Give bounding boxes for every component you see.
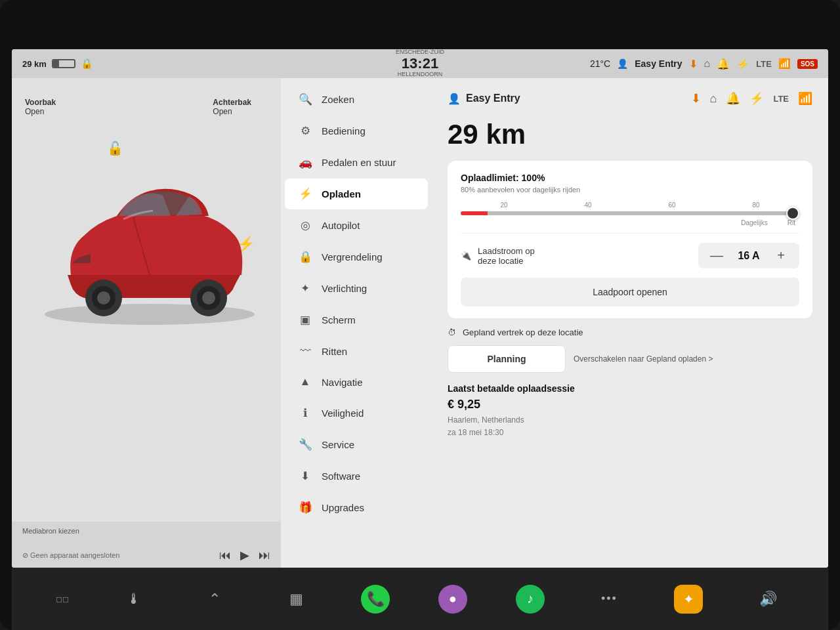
sidebar-item-pedalen[interactable]: 🚗 Pedalen en stuur bbox=[285, 147, 428, 178]
taskbar-dashboard-button[interactable]: ▦ bbox=[280, 583, 312, 616]
nav-icon: ▲ bbox=[298, 375, 312, 388]
achterbak-label: Achterbak Open bbox=[213, 98, 251, 116]
taskbar-spotify-button[interactable]: ♪ bbox=[516, 585, 545, 614]
header-home-icon[interactable]: ⌂ bbox=[710, 92, 717, 106]
sidebar-label-ritten: Ritten bbox=[322, 346, 347, 357]
sidebar-item-veiligheid[interactable]: ℹ Veiligheid bbox=[285, 398, 428, 429]
sidebar-item-navigatie[interactable]: ▲ Navigatie bbox=[285, 367, 428, 397]
profile-user-icon: 👤 bbox=[448, 93, 461, 105]
header-bluetooth-icon[interactable]: ⚡ bbox=[749, 91, 764, 106]
bell-icon[interactable]: 🔔 bbox=[717, 58, 730, 70]
laadsessie-amount: € 9,25 bbox=[448, 398, 812, 411]
media-source-label[interactable]: Mediabron kiezen bbox=[22, 527, 270, 535]
range-display: 29 km bbox=[22, 59, 47, 69]
time-label: 13:21 bbox=[402, 56, 438, 72]
taskbar-wiper-button[interactable]: ⌃ bbox=[198, 583, 231, 616]
sidebar-label-pedalen: Pedalen en stuur bbox=[322, 157, 396, 168]
media-bar: Mediabron kiezen ⊘ Geen apparaat aangesl… bbox=[12, 522, 281, 568]
slider-thumb[interactable] bbox=[786, 207, 799, 220]
sub-city-label: HELLENDOORN bbox=[398, 72, 443, 78]
profile-name: Easy Entry bbox=[635, 58, 682, 69]
header-download-icon[interactable]: ⬇ bbox=[691, 91, 701, 106]
charge-limit-row: Oplaadlimiet: 100% bbox=[461, 173, 799, 183]
next-button[interactable]: ⏭ bbox=[259, 549, 270, 562]
sidebar-label-autopilot: Autopilot bbox=[322, 220, 360, 231]
taskbar-left-icons: ◻◻ bbox=[56, 595, 69, 604]
taskbar-games-button[interactable]: ✦ bbox=[674, 585, 703, 614]
charge-slider[interactable]: 20 40 60 80 bbox=[461, 201, 799, 226]
car-image bbox=[32, 157, 268, 327]
taskbar: ◻◻ 🌡 ⌃ ▦ 📞 ● ♪ ••• ✦ 🔊 bbox=[12, 568, 828, 630]
charge-card: Oplaadlimiet: 100% 80% aanbevolen voor d… bbox=[448, 161, 812, 318]
sidebar-item-software[interactable]: ⬇ Software bbox=[285, 461, 428, 492]
prev-button[interactable]: ⏮ bbox=[219, 549, 231, 562]
no-device-label: ⊘ Geen apparaat aangesloten bbox=[22, 551, 119, 560]
sidebar-item-scherm[interactable]: ▣ Scherm bbox=[285, 304, 428, 335]
ampere-label: 🔌 Laadstroom op deze locatie bbox=[461, 246, 535, 266]
taskbar-camera-button[interactable]: ● bbox=[438, 585, 467, 614]
media-controls: ⏮ ▶ ⏭ bbox=[219, 548, 270, 562]
clock-icon: ⏱ bbox=[448, 327, 456, 337]
lock-icon: 🔓 bbox=[107, 140, 123, 156]
slider-labels: 20 40 60 80 bbox=[461, 201, 799, 209]
laadsessie-date: za 18 mei 18:30 bbox=[448, 427, 812, 439]
svg-point-3 bbox=[97, 291, 110, 304]
play-button[interactable]: ▶ bbox=[240, 548, 249, 562]
header-signal-icon: 📶 bbox=[798, 91, 812, 106]
header-bell-icon[interactable]: 🔔 bbox=[726, 91, 740, 106]
status-bar: 29 km 🔒 ENSCHEDE-ZUID 13:21 HELLENDOORN … bbox=[12, 49, 828, 78]
sidebar-label-veiligheid: Veiligheid bbox=[322, 408, 364, 419]
battery-fill bbox=[53, 60, 59, 67]
overschakelen-link[interactable]: Overschakelen naar Gepland opladen > bbox=[574, 354, 713, 364]
service-icon: 🔧 bbox=[298, 438, 312, 452]
taskbar-volume-button[interactable]: 🔊 bbox=[751, 583, 784, 616]
sidebar-item-verlichting[interactable]: ✦ Verlichting bbox=[285, 273, 428, 304]
charge-limit-title: Oplaadlimiet: 100% bbox=[461, 173, 545, 183]
taskbar-icons-left: ◻◻ bbox=[56, 595, 69, 604]
laadsessie-location: Haarlem, Netherlands za 18 mei 18:30 bbox=[448, 414, 812, 439]
sidebar-item-bediening[interactable]: ⚙ Bediening bbox=[285, 116, 428, 146]
sidebar-item-service[interactable]: 🔧 Service bbox=[285, 429, 428, 460]
ampere-decrease-button[interactable]: — bbox=[709, 248, 724, 263]
header-lte-icon: LTE bbox=[773, 94, 789, 104]
laadsessie-title: Laatst betaalde oplaadsessie bbox=[448, 383, 812, 394]
ampere-label-text: Laadstroom op deze locatie bbox=[478, 246, 535, 266]
sidebar-label-scherm: Scherm bbox=[322, 314, 356, 326]
planning-button[interactable]: Planning bbox=[448, 345, 566, 373]
sidebar-item-vergrendeling[interactable]: 🔒 Vergrendeling bbox=[285, 242, 428, 272]
slider-markers: Dagelijks Rit bbox=[461, 219, 799, 226]
autopilot-icon: ◎ bbox=[298, 219, 312, 232]
laadpoort-button[interactable]: Laadpoort openen bbox=[461, 278, 799, 306]
ampere-increase-button[interactable]: + bbox=[773, 248, 789, 263]
sos-badge[interactable]: SOS bbox=[797, 59, 818, 69]
taskbar-heating-button[interactable]: 🌡 bbox=[117, 583, 150, 616]
sidebar: 🔍 Zoeken ⚙ Bediening 🚗 Pedalen en stuur … bbox=[281, 78, 432, 568]
car-panel: Voorbak Open Achterbak Open 🔓 ⚡ bbox=[12, 78, 281, 568]
svg-point-6 bbox=[202, 291, 215, 304]
sidebar-item-autopilot[interactable]: ◎ Autopilot bbox=[285, 210, 428, 241]
sidebar-item-opladen[interactable]: ⚡ Opladen bbox=[285, 178, 428, 209]
light-icon: ✦ bbox=[298, 282, 312, 295]
sidebar-label-bediening: Bediening bbox=[322, 125, 366, 136]
taskbar-more-button[interactable]: ••• bbox=[593, 583, 625, 616]
download-icon[interactable]: ⬇ bbox=[689, 58, 698, 70]
sidebar-label-software: Software bbox=[322, 471, 360, 482]
status-left: 29 km 🔒 bbox=[22, 58, 93, 70]
sidebar-item-zoeken[interactable]: 🔍 Zoeken bbox=[285, 84, 428, 115]
charge-limit-sub: 80% aanbevolen voor dagelijks rijden bbox=[461, 186, 799, 194]
rit-label: Rit bbox=[788, 219, 795, 226]
home-icon[interactable]: ⌂ bbox=[704, 58, 711, 70]
sidebar-item-upgrades[interactable]: 🎁 Upgrades bbox=[285, 492, 428, 523]
bluetooth-icon[interactable]: ⚡ bbox=[736, 58, 749, 70]
sidebar-label-vergrendeling: Vergrendeling bbox=[322, 251, 383, 262]
taskbar-phone-button[interactable]: 📞 bbox=[361, 585, 390, 614]
profile-header: 👤 Easy Entry bbox=[448, 93, 520, 105]
charge-icon: ⚡ bbox=[298, 187, 312, 201]
signal-icon: 📶 bbox=[778, 58, 791, 70]
sidebar-item-ritten[interactable]: 〰 Ritten bbox=[285, 336, 428, 366]
gepland-title-row: ⏱ Gepland vertrek op deze locatie bbox=[448, 327, 812, 337]
lock-status-icon: 🔒 bbox=[81, 58, 93, 70]
sidebar-label-upgrades: Upgrades bbox=[322, 502, 364, 513]
daily-label: Dagelijks bbox=[741, 219, 768, 226]
laadsessie-section: Laatst betaalde oplaadsessie € 9,25 Haar… bbox=[448, 383, 812, 439]
